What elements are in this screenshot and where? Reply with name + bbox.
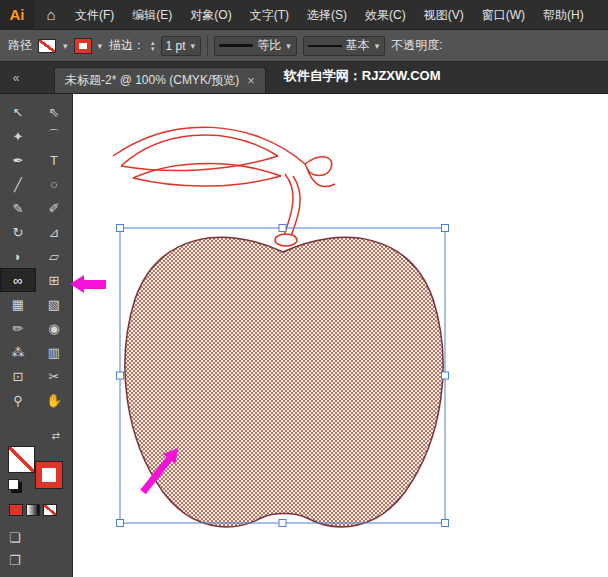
paintbrush-tool-icon: ✎: [13, 201, 24, 216]
scale-tool[interactable]: ⊿: [36, 220, 72, 244]
handle-middle-left: [117, 372, 124, 379]
draw-mode-icon[interactable]: ❏: [9, 530, 72, 545]
artwork-svg: [73, 94, 608, 577]
menu-help[interactable]: 帮助(H): [536, 0, 591, 30]
rotate-tool[interactable]: ↻: [0, 220, 36, 244]
tool-grid: ↖ ⇖ ✦ ⌒ ✒ T ╱ ○ ✎ ✐ ↻ ⊿ ◗ ▱ ∞ ⊞ ▦ ▧ ✏ ◉: [0, 100, 72, 412]
artboard-tool-icon: ⊡: [13, 369, 24, 384]
illustrator-window: Ai ⌂ 文件(F) 编辑(E) 对象(O) 文字(T) 选择(S) 效果(C)…: [0, 0, 608, 577]
stroke-dropdown-icon[interactable]: ▾: [97, 41, 104, 51]
handle-top-left: [117, 225, 124, 232]
lasso-tool[interactable]: ⌒: [36, 124, 72, 148]
tab-bar: « 未标题-2* @ 100% (CMYK/预览) × 软件自学网：RJZXW.…: [0, 62, 608, 94]
menu-window[interactable]: 窗口(W): [475, 0, 532, 30]
control-bar: 路径 ▾ ▾ 描边： ▴ ▾ 1 pt ▾ 等比 ▾ 基本 ▾ 不透明度:: [0, 30, 608, 62]
fill-indicator[interactable]: [8, 446, 35, 473]
document-tab[interactable]: 未标题-2* @ 100% (CMYK/预览) ×: [54, 67, 266, 93]
menu-object[interactable]: 对象(O): [183, 0, 238, 30]
lasso-tool-icon: ⌒: [48, 127, 61, 145]
shape-builder-tool-icon: ∞: [13, 273, 22, 288]
blend-tool[interactable]: ◉: [36, 316, 72, 340]
brush-preview-icon: [308, 45, 342, 47]
handle-bottom-left: [117, 520, 124, 527]
selection-tool[interactable]: ↖: [0, 100, 36, 124]
selection-type-label: 路径: [8, 37, 32, 54]
mesh-tool-icon: ▦: [12, 297, 24, 312]
magic-wand-tool[interactable]: ✦: [0, 124, 36, 148]
width-profile-preview-icon: [219, 44, 253, 47]
color-button[interactable]: [9, 504, 23, 516]
brush-definition-combo[interactable]: 基本 ▾: [303, 36, 386, 56]
menu-bar: Ai ⌂ 文件(F) 编辑(E) 对象(O) 文字(T) 选择(S) 效果(C)…: [0, 0, 608, 30]
fill-dropdown-icon[interactable]: ▾: [62, 41, 69, 51]
none-button[interactable]: [43, 504, 57, 516]
slice-tool-icon: ✂: [49, 369, 60, 384]
ellipse-tool[interactable]: ○: [36, 172, 72, 196]
type-tool[interactable]: T: [36, 148, 72, 172]
perspective-grid-tool[interactable]: ⊞: [36, 268, 72, 292]
eyedropper-tool-icon: ✏: [13, 321, 24, 336]
menu-select[interactable]: 选择(S): [300, 0, 354, 30]
gradient-button[interactable]: [26, 504, 40, 516]
stem-base: [275, 234, 297, 246]
apple-body[interactable]: [125, 237, 443, 527]
menu-view[interactable]: 视图(V): [417, 0, 471, 30]
stroke-weight-dropdown-icon[interactable]: ▾: [190, 41, 197, 51]
zoom-tool[interactable]: ⚲: [0, 388, 36, 412]
direct-selection-tool[interactable]: ⇖: [36, 100, 72, 124]
free-transform-tool[interactable]: ▱: [36, 244, 72, 268]
menu-type[interactable]: 文字(T): [243, 0, 296, 30]
handle-top-right: [442, 225, 449, 232]
pencil-tool[interactable]: ✐: [36, 196, 72, 220]
width-profile-dropdown-icon[interactable]: ▾: [285, 41, 292, 51]
document-tab-title: 未标题-2* @ 100% (CMYK/预览): [65, 72, 239, 89]
stroke-indicator[interactable]: [36, 462, 62, 488]
pen-tool[interactable]: ✒: [0, 148, 36, 172]
symbol-sprayer-tool-icon: ⁂: [12, 345, 25, 360]
hand-tool[interactable]: ✋: [36, 388, 72, 412]
mesh-tool[interactable]: ▦: [0, 292, 36, 316]
menu-edit[interactable]: 编辑(E): [125, 0, 179, 30]
free-transform-tool-icon: ▱: [49, 249, 59, 264]
fill-color-swatch[interactable]: [38, 39, 56, 53]
canvas-area[interactable]: [73, 94, 608, 577]
handle-bottom-center: [279, 520, 286, 527]
scale-tool-icon: ⊿: [49, 225, 60, 240]
tab-close-icon[interactable]: ×: [247, 73, 255, 88]
slice-tool[interactable]: ✂: [36, 364, 72, 388]
brush-dropdown-icon[interactable]: ▾: [374, 41, 381, 51]
menu-file[interactable]: 文件(F): [68, 0, 121, 30]
collapse-panel-icon[interactable]: «: [6, 71, 26, 85]
symbol-sprayer-tool[interactable]: ⁂: [0, 340, 36, 364]
shape-builder-tool[interactable]: ∞: [0, 268, 36, 292]
width-tool[interactable]: ◗: [0, 244, 36, 268]
magic-wand-tool-icon: ✦: [13, 129, 24, 144]
swap-fill-stroke-icon[interactable]: ⇄: [52, 430, 60, 441]
stepper-down-icon[interactable]: ▾: [151, 46, 155, 52]
mode-buttons: ❏ ❐: [9, 530, 72, 568]
column-graph-tool-icon: ▥: [48, 345, 60, 360]
stroke-weight-value: 1 pt: [166, 39, 186, 53]
fill-stroke-indicator: ⇄: [8, 438, 64, 488]
blend-tool-icon: ◉: [48, 321, 59, 336]
stroke-color-swatch[interactable]: [75, 39, 91, 53]
column-graph-tool[interactable]: ▥: [36, 340, 72, 364]
width-profile-combo[interactable]: 等比 ▾: [214, 36, 297, 56]
separator: [207, 36, 208, 56]
handle-bottom-right: [442, 520, 449, 527]
app-logo: Ai: [0, 0, 34, 30]
perspective-grid-tool-icon: ⊞: [49, 273, 60, 288]
artboard-tool[interactable]: ⊡: [0, 364, 36, 388]
home-icon[interactable]: ⌂: [38, 6, 64, 23]
opacity-label: 不透明度:: [391, 37, 442, 54]
stroke-weight-combo[interactable]: 1 pt ▾: [161, 36, 202, 56]
default-fill-stroke-icon[interactable]: [8, 479, 19, 490]
paintbrush-tool[interactable]: ✎: [0, 196, 36, 220]
eyedropper-tool[interactable]: ✏: [0, 316, 36, 340]
gradient-tool-icon: ▧: [48, 297, 60, 312]
screen-mode-icon[interactable]: ❐: [9, 553, 72, 568]
menu-effect[interactable]: 效果(C): [358, 0, 413, 30]
line-segment-tool[interactable]: ╱: [0, 172, 36, 196]
stroke-weight-stepper[interactable]: ▴ ▾: [151, 40, 155, 52]
gradient-tool[interactable]: ▧: [36, 292, 72, 316]
